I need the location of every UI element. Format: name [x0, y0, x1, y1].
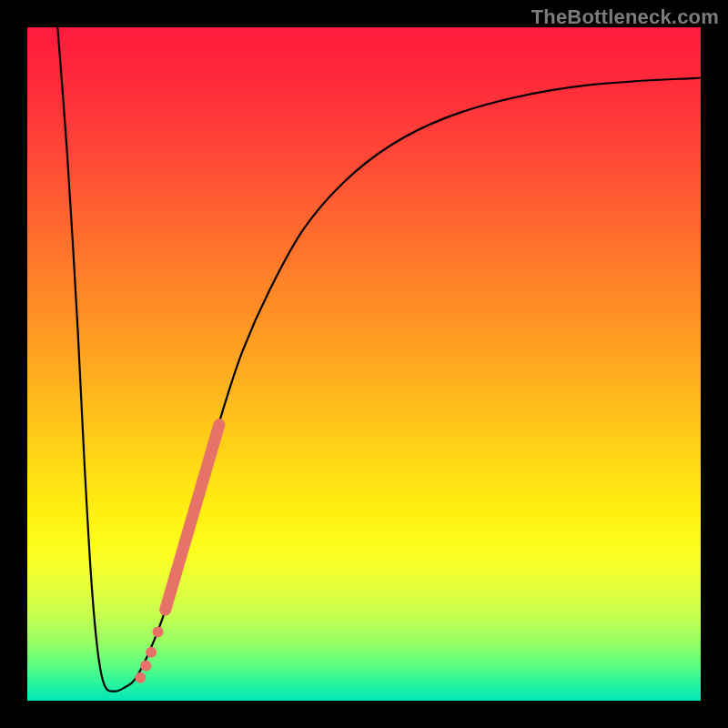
marker-dot	[153, 627, 164, 638]
marker-dot	[140, 661, 151, 672]
highlighted-segment	[166, 425, 219, 610]
plot-area	[27, 27, 701, 701]
marker-dot	[135, 672, 146, 683]
watermark-text: TheBottleneck.com	[531, 5, 719, 29]
dot-cluster	[135, 627, 163, 683]
chart-stage: TheBottleneck.com	[0, 0, 728, 728]
marker-dot	[146, 647, 157, 658]
curve-layer	[27, 27, 701, 701]
bottleneck-curve	[57, 27, 701, 692]
